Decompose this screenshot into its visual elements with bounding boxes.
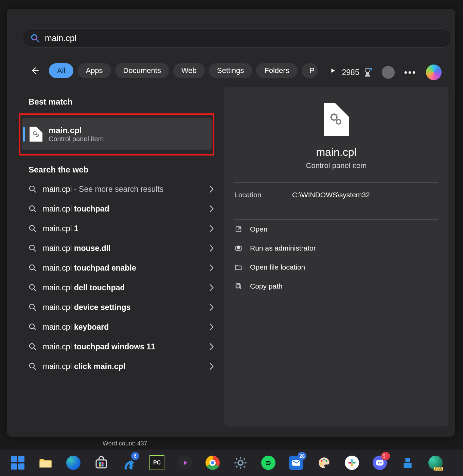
taskbar-explorer[interactable] — [37, 455, 54, 471]
svg-point-37 — [238, 460, 243, 465]
taskbar-store[interactable] — [93, 455, 109, 471]
svg-point-42 — [320, 463, 322, 465]
best-match-heading: Best match — [29, 97, 220, 107]
taskbar-spotify[interactable] — [260, 455, 277, 471]
filter-pill-settings[interactable]: Settings — [209, 63, 252, 78]
filter-pill-documents[interactable]: Documents — [115, 63, 169, 78]
taskbar-piskel[interactable] — [399, 455, 416, 471]
rewards-points[interactable]: 2985 — [342, 68, 372, 77]
web-suggestion[interactable]: main.cpl touchpad windows 11 — [23, 337, 220, 356]
svg-point-40 — [323, 459, 325, 461]
svg-point-23 — [30, 363, 34, 368]
search-icon — [29, 343, 37, 351]
svg-rect-32 — [96, 460, 106, 468]
detail-subtitle: Control panel item — [234, 161, 438, 170]
action-run-admin[interactable]: Run as administrator — [234, 239, 438, 258]
back-button[interactable] — [26, 62, 43, 79]
best-match-result[interactable]: main.cpl Control panel item — [22, 118, 212, 150]
taskbar-media[interactable] — [177, 455, 193, 471]
web-suggestion[interactable]: main.cpl - See more search results — [23, 179, 220, 199]
taskbar-edge[interactable] — [65, 455, 82, 471]
filter-pill-folders[interactable]: Folders — [256, 63, 297, 78]
search-icon — [29, 244, 37, 252]
svg-rect-46 — [352, 462, 356, 463]
chrome-icon — [206, 456, 220, 470]
location-value: C:\WINDOWS\system32 — [292, 191, 370, 199]
media-icon — [178, 456, 192, 470]
more-button[interactable]: ••• — [404, 67, 416, 78]
web-suggestion[interactable]: main.cpl click main.cpl — [23, 356, 220, 376]
search-panel: All Apps Documents Web Settings Folders … — [7, 9, 455, 437]
taskbar-mail[interactable]: 28 — [288, 455, 304, 471]
svg-point-11 — [30, 245, 34, 250]
taskbar-discord[interactable]: 9+ — [372, 455, 388, 471]
svg-line-22 — [34, 348, 36, 350]
gear-icon — [233, 456, 248, 470]
taskbar: 6 PC 28 9+ CAN — [0, 450, 463, 476]
edge-icon — [66, 456, 81, 470]
detail-file-icon — [324, 103, 349, 136]
start-button[interactable] — [10, 455, 26, 471]
detail-title: main.cpl — [234, 146, 438, 159]
taskbar-paint[interactable] — [316, 455, 332, 471]
copilot-icon[interactable] — [426, 65, 442, 80]
svg-point-4 — [36, 134, 38, 136]
search-box[interactable] — [22, 29, 452, 48]
svg-point-26 — [336, 120, 341, 124]
gears-icon — [32, 131, 40, 138]
web-suggestion[interactable]: main.cpl 1 — [23, 219, 220, 238]
web-suggestion[interactable]: main.cpl mouse.dll — [23, 238, 220, 258]
points-value: 2985 — [342, 68, 359, 77]
taskbar-pycharm[interactable]: PC — [149, 455, 165, 471]
chevron-right-icon — [209, 323, 214, 331]
svg-point-17 — [30, 304, 34, 309]
search-icon — [29, 323, 37, 331]
filter-pill-all[interactable]: All — [49, 63, 73, 78]
web-suggestion[interactable]: main.cpl keyboard — [23, 317, 220, 337]
search-icon — [29, 283, 37, 292]
taskbar-phone-link[interactable]: 6 — [121, 455, 137, 471]
taskbar-slack[interactable] — [344, 455, 360, 471]
svg-rect-44 — [348, 462, 352, 463]
svg-rect-43 — [351, 459, 353, 462]
chevron-right-icon — [209, 304, 214, 311]
filter-pill-photos-partial[interactable]: P — [302, 63, 318, 78]
suggestion-text: main.cpl 1 — [43, 224, 78, 233]
taskbar-chrome[interactable] — [204, 455, 221, 471]
chevron-right-icon — [209, 225, 214, 232]
svg-point-41 — [325, 460, 327, 462]
web-suggestion[interactable]: main.cpl device settings — [23, 297, 220, 317]
web-suggestion[interactable]: main.cpl touchpad enable — [23, 258, 220, 278]
taskbar-edge-canary[interactable]: CAN — [427, 455, 444, 471]
search-icon — [29, 303, 37, 311]
selection-indicator — [23, 127, 25, 142]
location-label: Location — [234, 191, 292, 199]
search-input[interactable] — [44, 33, 451, 43]
action-open-location[interactable]: Open file location — [234, 258, 438, 277]
copy-icon — [234, 282, 243, 290]
user-avatar[interactable] — [382, 66, 395, 79]
cpl-file-icon — [30, 127, 42, 142]
taskbar-settings[interactable] — [232, 455, 249, 471]
open-icon — [234, 225, 243, 233]
suggestion-text: main.cpl device settings — [43, 303, 130, 312]
suggestion-text: main.cpl keyboard — [43, 323, 109, 332]
palette-icon — [317, 456, 331, 470]
web-suggestion[interactable]: main.cpl touchpad — [23, 199, 220, 219]
web-suggestion[interactable]: main.cpl dell touchpad — [23, 278, 220, 297]
scroll-filters-button[interactable] — [326, 64, 340, 77]
svg-rect-35 — [99, 464, 101, 466]
search-web-heading: Search the web — [29, 165, 220, 175]
suggestion-text: main.cpl touchpad enable — [43, 263, 136, 273]
badge: 28 — [298, 452, 306, 460]
suggestion-text: main.cpl - See more search results — [43, 185, 163, 194]
badge: 6 — [131, 452, 139, 460]
chevron-right-icon — [209, 205, 214, 213]
chevron-right-icon — [209, 284, 214, 291]
action-copy-path[interactable]: Copy path — [234, 277, 438, 296]
search-icon — [29, 224, 37, 233]
action-open[interactable]: Open — [234, 220, 438, 239]
filter-pill-apps[interactable]: Apps — [77, 63, 111, 78]
results-column: Best match main.cpl Control panel item S — [23, 97, 220, 376]
filter-pill-web[interactable]: Web — [173, 63, 205, 78]
